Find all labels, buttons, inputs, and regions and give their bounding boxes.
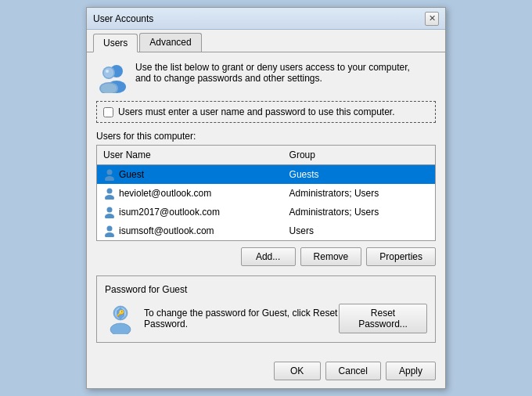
title-bar: User Accounts ✕ <box>87 8 445 30</box>
window-title: User Accounts <box>93 13 153 24</box>
table-row[interactable]: isum2017@outlook.com Administrators; Use… <box>97 203 435 221</box>
svg-point-8 <box>105 176 114 181</box>
cancel-button[interactable]: Cancel <box>325 362 381 380</box>
users-section-label: Users for this computer: <box>96 131 436 142</box>
svg-text:🔑: 🔑 <box>117 309 124 317</box>
users-table: User Name Group Guest Guests <box>96 145 436 241</box>
group-cell: Administrators; Users <box>283 186 435 200</box>
svg-point-7 <box>107 170 113 175</box>
require-password-checkbox[interactable] <box>103 107 113 117</box>
group-cell: Users <box>283 224 435 238</box>
password-section: Password for Guest 🔑 To change the passw… <box>96 275 436 343</box>
table-row[interactable]: heviolet@outlook.com Administrators; Use… <box>97 184 435 203</box>
info-section: Use the list below to grant or deny user… <box>96 62 436 93</box>
table-header: User Name Group <box>97 146 435 165</box>
username-cell: isumsoft@outlook.com <box>97 223 283 239</box>
remove-button[interactable]: Remove <box>300 247 362 266</box>
ok-button[interactable]: OK <box>274 362 321 380</box>
svg-point-4 <box>103 67 114 78</box>
tab-advanced[interactable]: Advanced <box>139 33 201 52</box>
svg-point-6 <box>100 83 117 93</box>
require-password-label: Users must enter a user name and passwor… <box>118 106 395 117</box>
bottom-buttons: OK Cancel Apply <box>87 362 445 388</box>
tab-bar: Users Advanced <box>87 30 445 52</box>
svg-point-10 <box>105 195 114 200</box>
add-button[interactable]: Add... <box>241 247 296 266</box>
table-row[interactable]: Guest Guests <box>97 165 435 184</box>
svg-point-12 <box>105 214 114 218</box>
user-row-icon <box>103 187 116 200</box>
password-inner: 🔑 To change the password for Guest, clic… <box>105 303 427 334</box>
svg-point-5 <box>106 70 109 73</box>
users-group-icon <box>96 62 128 93</box>
username-cell: isum2017@outlook.com <box>97 204 283 220</box>
col-header-group: Group <box>283 148 435 162</box>
user-row-icon <box>103 206 116 218</box>
password-user-icon: 🔑 <box>105 303 136 334</box>
svg-point-17 <box>110 323 131 334</box>
main-content: Use the list below to grant or deny user… <box>87 52 445 362</box>
close-button[interactable]: ✕ <box>425 12 439 26</box>
username-cell: heviolet@outlook.com <box>97 185 283 201</box>
reset-password-button[interactable]: Reset Password... <box>339 304 427 333</box>
svg-point-9 <box>107 189 113 194</box>
dialog-window: User Accounts ✕ Users Advanced <box>86 7 446 389</box>
user-row-icon <box>103 225 116 237</box>
col-header-username: User Name <box>97 148 283 162</box>
tab-users[interactable]: Users <box>93 34 138 52</box>
properties-button[interactable]: Properties <box>366 247 436 266</box>
info-text: Use the list below to grant or deny user… <box>135 62 410 84</box>
password-description: To change the password for Guest, click … <box>144 308 339 329</box>
action-buttons: Add... Remove Properties <box>96 247 436 266</box>
password-section-title: Password for Guest <box>105 284 427 295</box>
svg-point-11 <box>107 207 113 213</box>
table-row[interactable]: isumsoft@outlook.com Users <box>97 221 435 240</box>
password-checkbox-section: Users must enter a user name and passwor… <box>96 101 436 123</box>
username-cell: Guest <box>97 167 283 182</box>
group-cell: Guests <box>283 167 435 182</box>
apply-button[interactable]: Apply <box>386 362 436 380</box>
svg-point-13 <box>107 226 113 232</box>
group-cell: Administrators; Users <box>283 205 435 219</box>
svg-point-14 <box>105 232 114 237</box>
user-row-icon <box>103 168 116 181</box>
